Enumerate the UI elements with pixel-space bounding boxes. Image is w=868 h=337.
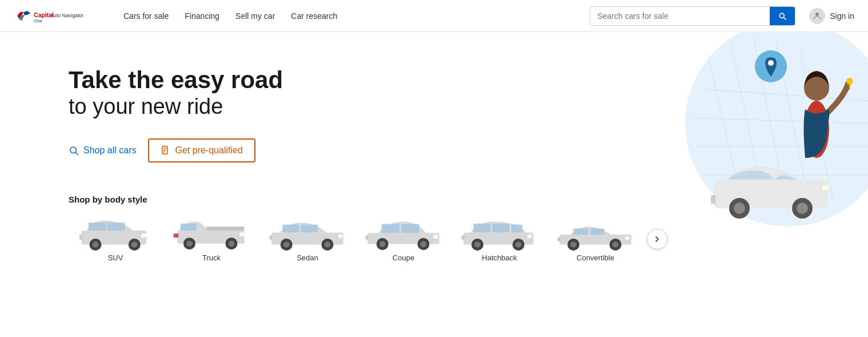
get-prequalified-button[interactable]: Get pre-qualified: [148, 138, 255, 162]
body-style-suv[interactable]: SUV: [69, 215, 162, 262]
svg-rect-88: [558, 237, 561, 241]
sedan-label: Sedan: [297, 253, 318, 262]
main-content: Take the easy road to your new ride Shop…: [0, 32, 868, 337]
body-style-truck[interactable]: Truck: [165, 215, 258, 262]
main-nav: Cars for sale Financing Sell my car Car …: [123, 11, 581, 21]
svg-rect-50: [239, 232, 245, 236]
svg-rect-35: [107, 223, 125, 231]
svg-point-39: [131, 241, 138, 248]
svg-rect-41: [79, 235, 82, 240]
svg-rect-60: [270, 236, 273, 240]
nav-car-research[interactable]: Car research: [291, 11, 337, 21]
svg-point-22: [734, 203, 745, 214]
svg-rect-63: [402, 224, 420, 233]
svg-line-28: [75, 152, 78, 154]
svg-point-18: [846, 78, 853, 85]
svg-rect-45: [206, 227, 245, 231]
svg-rect-82: [590, 228, 605, 235]
nav-sell-my-car[interactable]: Sell my car: [235, 11, 275, 21]
svg-point-65: [379, 241, 386, 247]
carousel-next-button[interactable]: [647, 229, 667, 249]
svg-rect-72: [493, 224, 510, 233]
svg-point-76: [515, 241, 522, 248]
body-style-coupe[interactable]: Coupe: [357, 215, 450, 262]
search-input[interactable]: [590, 7, 770, 25]
svg-rect-79: [511, 224, 522, 232]
truck-label: Truck: [202, 253, 221, 262]
svg-point-86: [613, 241, 619, 248]
chevron-right-icon: [654, 236, 661, 243]
svg-rect-87: [626, 236, 630, 239]
shop-all-cars-button[interactable]: Shop all cars: [69, 145, 137, 156]
svg-rect-53: [282, 224, 299, 232]
svg-point-15: [768, 60, 774, 66]
svg-point-27: [70, 147, 77, 153]
nav-financing[interactable]: Financing: [185, 11, 219, 21]
svg-point-24: [797, 203, 808, 214]
auth-area: Sign in: [809, 8, 854, 24]
svg-point-67: [421, 241, 427, 247]
svg-point-49: [229, 240, 235, 247]
site-header: Capital One Auto Navigator Cars for sale…: [0, 0, 868, 32]
svg-rect-34: [89, 223, 106, 231]
svg-rect-78: [462, 236, 465, 240]
user-avatar-icon: [809, 8, 825, 24]
svg-point-37: [93, 241, 99, 248]
svg-rect-59: [338, 235, 342, 238]
convertible-label: Convertible: [577, 253, 614, 262]
svg-rect-54: [301, 224, 318, 232]
truck-car-image: [171, 215, 251, 253]
document-icon: [161, 145, 171, 156]
svg-rect-25: [822, 185, 829, 190]
svg-rect-42: [206, 231, 245, 244]
nav-cars-for-sale[interactable]: Cars for sale: [123, 11, 169, 21]
svg-point-3: [815, 13, 819, 16]
convertible-car-image: [555, 215, 635, 253]
svg-rect-51: [174, 233, 179, 237]
search-icon: [778, 11, 787, 21]
svg-rect-44: [181, 224, 197, 231]
search-button[interactable]: [770, 7, 795, 25]
svg-point-84: [570, 241, 577, 248]
search-cars-icon: [69, 145, 79, 156]
hatchback-car-image: [459, 215, 539, 253]
coupe-car-image: [363, 215, 443, 253]
svg-rect-69: [366, 236, 369, 240]
svg-rect-81: [574, 228, 589, 235]
body-style-sedan[interactable]: Sedan: [261, 215, 354, 262]
svg-rect-71: [474, 224, 491, 233]
body-style-convertible[interactable]: Convertible: [549, 215, 642, 262]
svg-rect-68: [434, 235, 438, 239]
coupe-label: Coupe: [393, 253, 414, 262]
sedan-car-image: [267, 215, 347, 253]
suv-label: SUV: [108, 253, 123, 262]
svg-rect-62: [382, 224, 400, 233]
svg-text:Auto Navigator: Auto Navigator: [50, 12, 83, 18]
svg-point-58: [325, 241, 331, 248]
body-style-hatchback[interactable]: Hatchback: [453, 215, 546, 262]
hatchback-label: Hatchback: [482, 253, 517, 262]
svg-rect-77: [527, 235, 531, 238]
svg-text:One: One: [34, 18, 43, 23]
svg-point-56: [283, 241, 290, 248]
svg-point-47: [186, 240, 193, 247]
svg-rect-26: [711, 195, 715, 204]
svg-point-74: [474, 241, 481, 248]
svg-rect-40: [142, 233, 147, 237]
sign-in-link[interactable]: Sign in: [830, 11, 854, 21]
suv-car-image: [75, 215, 155, 253]
logo[interactable]: Capital One Auto Navigator: [14, 6, 105, 26]
search-bar: [590, 6, 795, 26]
